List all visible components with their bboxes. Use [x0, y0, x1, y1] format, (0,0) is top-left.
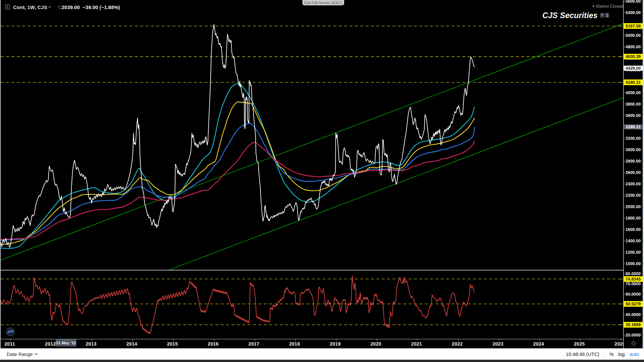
svg-text:2021: 2021 [411, 341, 422, 347]
svg-text:2039.00 −39.00 (−1.88%): 2039.00 −39.00 (−1.88%) [62, 4, 120, 10]
svg-text:2013: 2013 [86, 341, 96, 347]
svg-text:3200.00: 3200.00 [626, 136, 641, 141]
svg-text:21 May ’12: 21 May ’12 [56, 341, 76, 345]
svg-text:80.0000: 80.0000 [626, 272, 641, 276]
svg-text:2018: 2018 [289, 341, 300, 347]
svg-text:5000.00: 5000.00 [626, 33, 641, 38]
svg-text:10:48:46 (UTC): 10:48:46 (UTC) [566, 352, 599, 357]
svg-text:3399.31: 3399.31 [626, 125, 641, 129]
svg-text:1200.00: 1200.00 [626, 250, 641, 255]
svg-text:74.8345: 74.8345 [626, 277, 641, 282]
svg-text:%: % [609, 352, 614, 357]
svg-text:C: C [58, 4, 62, 10]
svg-text:2012: 2012 [45, 341, 56, 347]
svg-text:Market Closed: Market Closed [596, 4, 623, 9]
svg-text:20.0000: 20.0000 [626, 333, 641, 338]
svg-text:5400.00: 5400.00 [626, 10, 641, 15]
svg-text:2200.00: 2200.00 [626, 193, 641, 198]
svg-text:log: log [618, 352, 625, 357]
svg-text:Cont, 1W, CJS: Cont, 1W, CJS [13, 4, 47, 10]
svg-text:4800.00: 4800.00 [626, 45, 641, 49]
svg-text:2000.00: 2000.00 [626, 204, 641, 209]
svg-text:2014: 2014 [126, 341, 137, 347]
svg-text:2023: 2023 [492, 341, 503, 347]
svg-text:4000.00: 4000.00 [626, 90, 641, 95]
svg-text:70.0000: 70.0000 [626, 282, 641, 286]
svg-text:60.0000: 60.0000 [626, 292, 641, 297]
svg-text:4429.00: 4429.00 [626, 66, 641, 71]
svg-text:Date Range: Date Range [7, 352, 33, 357]
svg-text:2800.00: 2800.00 [626, 159, 641, 164]
svg-text:4630.39: 4630.39 [626, 54, 641, 59]
svg-text:2600.00: 2600.00 [626, 170, 641, 175]
svg-text:40.0000: 40.0000 [626, 312, 641, 317]
svg-text:2025: 2025 [574, 341, 585, 347]
svg-text:50.5279: 50.5279 [626, 302, 641, 306]
svg-text:3000.00: 3000.00 [626, 147, 641, 152]
svg-text:2011: 2011 [4, 341, 15, 347]
svg-text:2400.00: 2400.00 [626, 182, 641, 186]
svg-text:3800.00: 3800.00 [626, 102, 641, 107]
svg-text:2020: 2020 [371, 341, 381, 347]
svg-text:1800.00: 1800.00 [626, 216, 641, 221]
svg-text:5600.00: 5600.00 [626, 0, 641, 4]
svg-text:1000.00: 1000.00 [626, 261, 641, 266]
svg-text:1600.00: 1600.00 [626, 227, 641, 232]
svg-text:2017: 2017 [249, 341, 259, 347]
svg-text:Exit Full Screen (ESC): Exit Full Screen (ESC) [305, 1, 342, 5]
svg-text:2019: 2019 [330, 341, 340, 347]
svg-text:2015: 2015 [167, 341, 178, 347]
svg-text:5167.58: 5167.58 [626, 24, 641, 28]
svg-text:1400.00: 1400.00 [626, 239, 641, 243]
svg-text:auto: auto [630, 352, 639, 357]
svg-text:2022: 2022 [452, 341, 463, 347]
svg-text:30.1608: 30.1608 [626, 322, 641, 327]
svg-text:3600.00: 3600.00 [626, 113, 641, 118]
svg-text:CJS Securities: CJS Securities [542, 11, 598, 20]
svg-text:2024: 2024 [533, 341, 544, 347]
svg-text:4180.31: 4180.31 [626, 80, 641, 85]
svg-text:2016: 2016 [208, 341, 218, 347]
